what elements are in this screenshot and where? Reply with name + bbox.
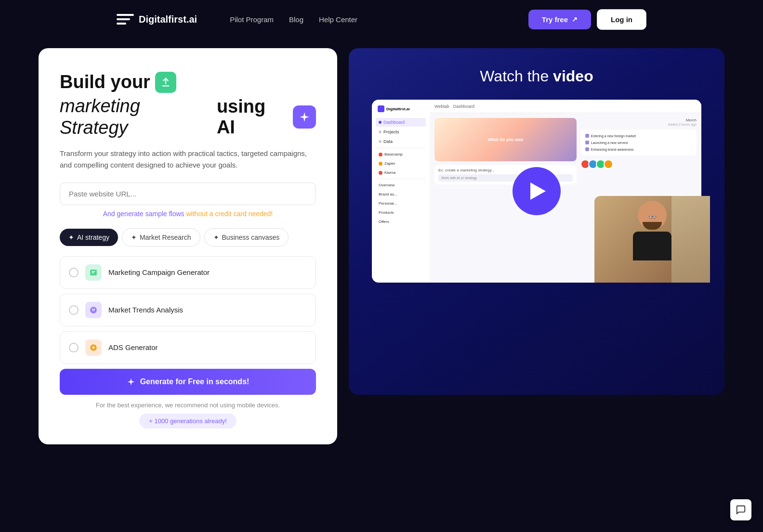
headline-part2: using AI (217, 96, 287, 138)
person-preview: 👓 (594, 196, 710, 283)
sidebar-item-brand: Brand as... (376, 190, 426, 198)
tabs-row: ✦ AI strategy ✦ Market Research ✦ Busine… (60, 228, 316, 247)
item-icon-1 (85, 302, 102, 318)
tab-business-canvases[interactable]: ✦ Business canvases (204, 228, 289, 247)
svg-point-3 (92, 308, 93, 310)
glasses-icon: 👓 (648, 213, 657, 221)
navbar: Digitalfirst.ai Pilot Program Blog Help … (0, 0, 763, 39)
sidebar-item-products: Products (376, 208, 426, 217)
svg-point-4 (94, 308, 95, 310)
best-experience-text: For the best experience, we recommend no… (60, 402, 316, 409)
hero-subtitle: Transform your strategy into action with… (60, 148, 316, 171)
tab-icon-canvas: ✦ (213, 234, 219, 241)
item-label-1: Market Trends Analysis (108, 306, 183, 314)
mockup-tab1: Webtab (434, 104, 449, 109)
chat-widget-icon (736, 505, 746, 515)
watch-video-title: Watch the video (480, 67, 593, 85)
mockup-gradient-bg: What do you wan (434, 118, 577, 161)
mockup-item-label-2: Enhancing brand awareness (591, 148, 634, 151)
sidebar-item-klarna: Klarna (376, 169, 426, 177)
arrow-icon: ↗ (572, 15, 578, 23)
sidebar-item-zapier: Zapier (376, 159, 426, 168)
mockup-label: Merch Added 2 hours ago (580, 118, 697, 127)
login-button[interactable]: Log in (597, 9, 646, 30)
item-icon-0 (85, 264, 102, 281)
sidebar-item-dashboard: Dashboard (376, 118, 426, 127)
headline-row2: marketing Strategy using AI (60, 95, 316, 139)
person-figure: 👓 (609, 201, 696, 278)
tab-ai-strategy[interactable]: ✦ AI strategy (60, 229, 118, 246)
ads-icon (89, 343, 98, 352)
play-triangle-icon (530, 182, 546, 200)
mockup-top-bar: Webtab Dashboard (430, 100, 701, 113)
mockup-item-label-0: Entering a new foreign market (591, 134, 636, 138)
campaign-icon (89, 268, 98, 277)
mockup-item-1: Launching a new service (583, 139, 694, 146)
sidebar-item-offers: Offers (376, 218, 426, 226)
video-preview-area: Digitalfirst.ai Dashboard Projects Data … (363, 100, 710, 283)
nav-actions: Try free ↗ Log in (528, 9, 646, 30)
try-free-button[interactable]: Try free ↗ (528, 10, 591, 29)
sparkle-icon (299, 111, 310, 123)
radio-1[interactable] (69, 305, 79, 315)
sidebar-item-overview: Overview (376, 181, 426, 189)
left-card: Build your marketing Strategy using AI T… (39, 48, 337, 444)
avatar-row (580, 159, 697, 169)
radio-2[interactable] (69, 343, 79, 352)
headline-italic: marketing Strategy (60, 95, 211, 139)
item-icon-2 (85, 339, 102, 356)
chat-prompt: What do you wan (484, 137, 527, 142)
tab-market-research[interactable]: ✦ Market Research (122, 228, 200, 247)
generations-badge: + 1000 generations already! (60, 416, 316, 425)
nav-links: Pilot Program Blog Help Center (230, 15, 357, 24)
right-card: Watch the video Digitalfirst.ai Dashboar… (349, 48, 724, 395)
url-input[interactable] (60, 182, 316, 205)
sample-flows-highlight: And generate sample flows (103, 210, 184, 218)
item-label-2: ADS Generator (108, 343, 158, 351)
generate-label: Generate for Free in seconds! (140, 377, 250, 386)
list-item-0[interactable]: Marketing Campaign Generator (60, 256, 316, 289)
mockup-item-2: Enhancing brand awareness (583, 146, 694, 153)
person-body (633, 232, 671, 260)
headline-part1: Build your (60, 71, 150, 93)
sidebar-item-data: Data (376, 137, 426, 146)
sidebar-item-basecamp: Basecamp (376, 150, 426, 158)
sparkle-icon-box (293, 105, 316, 129)
sidebar-item-projects: Projects (376, 128, 426, 136)
mockup-item-0: Entering a new foreign market (583, 132, 694, 139)
chat-widget[interactable] (730, 499, 751, 520)
green-icon-box (155, 72, 176, 93)
list-item-2[interactable]: ADS Generator (60, 331, 316, 364)
person-beard (643, 222, 662, 230)
generate-button[interactable]: Generate for Free in seconds! (60, 369, 316, 395)
tab-icon-market: ✦ (131, 234, 137, 241)
radio-0[interactable] (69, 268, 79, 277)
mockup-tab2: Dashboard (453, 104, 474, 109)
upload-icon (160, 77, 171, 88)
mockup-item-list: Entering a new foreign market Launching … (580, 130, 697, 156)
tab-icon-ai: ✦ (68, 234, 74, 241)
generate-sparkle-icon (127, 377, 135, 386)
tab-label-ai: AI strategy (77, 234, 109, 241)
chat-placeholder-text: Ex. create a marketing strategy... (438, 168, 573, 172)
logo-icon (117, 13, 134, 26)
mockup-item-label-1: Launching a new service (591, 141, 628, 144)
tab-label-market: Market Research (140, 234, 191, 241)
person-head: 👓 (638, 201, 667, 230)
sidebar-item-personal: Personal... (376, 199, 426, 208)
mockup-sidebar: Digitalfirst.ai Dashboard Projects Data … (372, 100, 430, 283)
logo-text: Digitalfirst.ai (139, 14, 197, 25)
list-item-1[interactable]: Market Trends Analysis (60, 294, 316, 326)
main-content: Build your marketing Strategy using AI T… (0, 39, 763, 464)
sample-flows-text: And generate sample flows without a cred… (60, 210, 316, 218)
generations-badge-text: + 1000 generations already! (139, 414, 237, 428)
nav-link-help[interactable]: Help Center (319, 15, 357, 24)
watch-title-part1: Watch the (480, 67, 549, 85)
logo[interactable]: Digitalfirst.ai (117, 13, 197, 26)
play-button[interactable] (513, 167, 561, 215)
trends-icon (89, 306, 98, 314)
item-label-0: Marketing Campaign Generator (108, 268, 210, 276)
headline-row1: Build your (60, 71, 316, 93)
nav-link-pilot[interactable]: Pilot Program (230, 15, 274, 24)
nav-link-blog[interactable]: Blog (289, 15, 303, 24)
